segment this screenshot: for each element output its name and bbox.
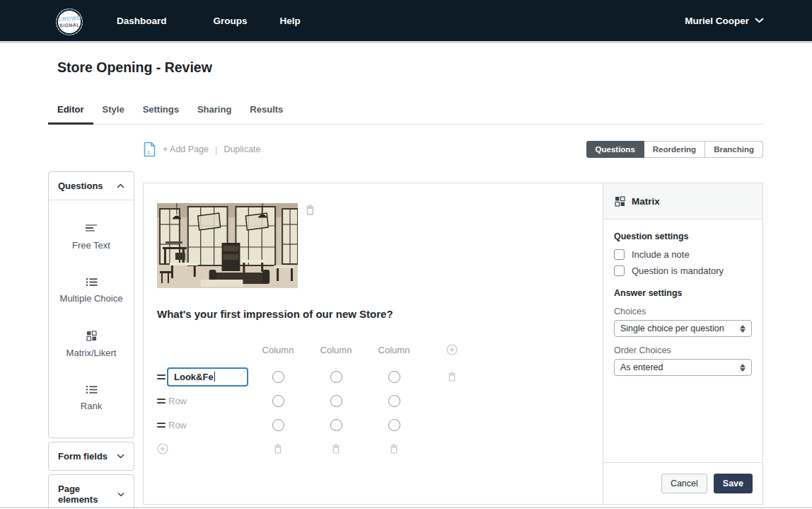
question-type-list: Free Text Multiple Choice Matrix/Likert xyxy=(49,200,134,437)
mandatory-option[interactable]: Question is mandatory xyxy=(614,265,752,276)
view-button-reordering[interactable]: Reordering xyxy=(644,141,705,158)
question-type-matrix-likert[interactable]: Matrix/Likert xyxy=(49,317,134,372)
view-button-branching[interactable]: Branching xyxy=(705,141,763,158)
sidebar-section-questions: Questions Free Text Multiple Choice xyxy=(48,171,134,438)
row-drag-handle[interactable] xyxy=(157,374,166,379)
page-title: Store Opening - Review xyxy=(57,59,212,76)
crowdsignal-logo[interactable]: CROWD SiGNAL xyxy=(56,8,83,35)
order-choices-select[interactable]: As entered xyxy=(614,359,752,376)
settings-panel-header: Matrix xyxy=(603,183,762,219)
trash-icon xyxy=(390,444,398,454)
question-settings-panel: Matrix Question settings Include a note … xyxy=(603,183,762,504)
matrix-column-header[interactable]: Column xyxy=(365,345,423,355)
add-row-button[interactable] xyxy=(157,443,168,454)
row-label-placeholder[interactable]: Row xyxy=(167,396,249,406)
matrix-radio[interactable] xyxy=(330,419,342,431)
delete-row-button[interactable] xyxy=(448,372,456,382)
matrix-radio[interactable] xyxy=(388,419,400,431)
delete-column-button[interactable] xyxy=(390,444,398,454)
nav-item-groups[interactable]: Groups xyxy=(214,16,248,26)
row-drag-handle[interactable] xyxy=(157,399,166,404)
settings-panel-body: Question settings Include a note Questio… xyxy=(603,219,762,462)
row-label-placeholder[interactable]: Row xyxy=(167,420,249,430)
duplicate-button[interactable]: Duplicate xyxy=(224,144,260,154)
sidebar-section-form-fields: Form fields xyxy=(48,442,134,471)
multiple-choice-icon xyxy=(86,278,98,287)
include-note-option[interactable]: Include a note xyxy=(614,249,752,260)
question-text[interactable]: What's your first impression of our new … xyxy=(157,308,603,320)
sidebar-section-form-fields-header[interactable]: Form fields xyxy=(49,442,134,470)
user-menu[interactable]: Muriel Cooper xyxy=(685,16,764,26)
tab-style[interactable]: Style xyxy=(93,98,134,124)
matrix-radio[interactable] xyxy=(272,419,284,431)
tab-sharing[interactable]: Sharing xyxy=(188,98,240,124)
page-icon[interactable]: 1 xyxy=(143,142,156,157)
add-page-button[interactable]: + Add Page xyxy=(163,144,209,154)
choices-select-value: Single choice per question xyxy=(620,324,724,333)
add-column-button[interactable] xyxy=(446,344,458,355)
chevron-down-icon xyxy=(117,454,124,459)
matrix-radio[interactable] xyxy=(388,371,400,383)
sidebar-section-questions-header[interactable]: Questions xyxy=(49,172,134,200)
question-type-rank[interactable]: Rank xyxy=(49,372,134,425)
row-drag-handle[interactable] xyxy=(157,423,166,428)
cancel-button[interactable]: Cancel xyxy=(661,474,707,493)
matrix-radio[interactable] xyxy=(388,395,400,407)
nav-item-help[interactable]: Help xyxy=(280,16,301,26)
trash-icon xyxy=(306,205,315,215)
answer-settings-heading: Answer settings xyxy=(614,288,752,298)
plus-circle-icon xyxy=(446,344,458,355)
delete-column-button[interactable] xyxy=(274,444,282,454)
tab-editor[interactable]: Editor xyxy=(48,98,93,124)
sidebar-section-page-elements-header[interactable]: Page elements xyxy=(49,475,134,509)
question-type-title: Matrix xyxy=(632,196,660,207)
sidebar-section-form-fields-label: Form fields xyxy=(58,451,108,462)
choices-select[interactable]: Single choice per question xyxy=(614,320,752,337)
trash-icon xyxy=(448,372,456,382)
nav-item-dashboard[interactable]: Dashboard xyxy=(117,16,167,26)
sidebar-section-questions-label: Questions xyxy=(58,181,103,191)
rank-icon xyxy=(86,385,98,394)
matrix-radio[interactable] xyxy=(272,371,284,383)
view-button-questions[interactable]: Questions xyxy=(586,141,644,158)
matrix-footer-row xyxy=(157,437,603,461)
matrix-row: Row xyxy=(157,413,603,437)
order-choices-select-value: As entered xyxy=(620,362,663,372)
mandatory-checkbox[interactable] xyxy=(614,265,625,276)
matrix-column-header[interactable]: Column xyxy=(249,345,307,355)
delete-image-button[interactable] xyxy=(306,205,315,215)
include-note-checkbox[interactable] xyxy=(614,249,625,260)
matrix-radio[interactable] xyxy=(272,395,284,407)
save-button[interactable]: Save xyxy=(714,474,753,493)
tab-settings[interactable]: Settings xyxy=(134,98,188,124)
tab-results[interactable]: Results xyxy=(240,98,292,124)
question-image[interactable] xyxy=(157,203,298,288)
view-switcher: Questions Reordering Branching xyxy=(586,141,763,158)
sidebar-section-page-elements-label: Page elements xyxy=(58,484,117,505)
matrix-radio[interactable] xyxy=(330,395,342,407)
question-type-label: Matrix/Likert xyxy=(66,348,117,358)
question-type-free-text[interactable]: Free Text xyxy=(49,210,134,264)
question-canvas: What's your first impression of our new … xyxy=(144,183,603,504)
row-label-input[interactable]: Look&Fe xyxy=(167,367,248,387)
question-types-sidebar: Questions Free Text Multiple Choice xyxy=(48,171,134,509)
question-settings-heading: Question settings xyxy=(614,231,752,241)
delete-column-button[interactable] xyxy=(332,444,340,454)
trash-icon xyxy=(274,444,282,454)
matrix-type-icon xyxy=(615,196,625,207)
settings-panel-footer: Cancel Save xyxy=(603,462,762,504)
question-type-multiple-choice[interactable]: Multiple Choice xyxy=(49,264,134,317)
sidebar-section-page-elements: Page elements xyxy=(48,474,134,509)
question-type-label: Multiple Choice xyxy=(60,293,123,304)
chevron-down-icon xyxy=(755,18,764,23)
include-note-label: Include a note xyxy=(632,249,690,260)
select-stepper-icon xyxy=(740,325,746,333)
matrix-row: Row xyxy=(157,389,603,413)
free-text-icon xyxy=(85,224,98,234)
plus-circle-icon xyxy=(157,443,168,454)
matrix-column-header[interactable]: Column xyxy=(307,345,365,355)
order-choices-label: Order Choices xyxy=(614,345,752,355)
chevron-down-icon xyxy=(117,492,124,497)
matrix-radio[interactable] xyxy=(330,371,342,383)
question-type-label: Rank xyxy=(81,401,102,411)
